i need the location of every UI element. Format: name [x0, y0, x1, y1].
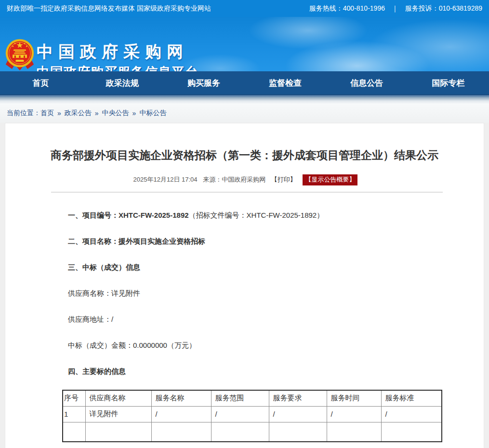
- breadcrumb-prefix: 当前位置：: [7, 109, 40, 118]
- subject-info-table: 序号 供应商名称 服务名称 服务范围 服务要求 服务时间 服务标准 1 详见附件…: [62, 390, 442, 442]
- print-button[interactable]: 【打印】: [271, 176, 296, 183]
- breadcrumb-procurement-announcements[interactable]: 政采公告: [65, 109, 92, 118]
- col-header-seq: 序号: [63, 390, 85, 406]
- col-header-service-standard: 服务标准: [381, 390, 442, 406]
- col-header-service-name: 服务名称: [151, 390, 211, 406]
- cell-service-standard: /: [381, 406, 442, 422]
- col-header-supplier-name: 供应商名称: [85, 390, 151, 406]
- cell-empty: [211, 422, 269, 442]
- article-source: 来源：中国政府采购网: [203, 176, 265, 183]
- paragraph-supplier-name: 供应商名称：详见附件: [68, 289, 455, 298]
- article-title: 商务部援外项目实施企业资格招标（第一类：援外成套项目管理企业）结果公示: [5, 148, 484, 163]
- paragraph-supplier-address: 供应商地址：/: [68, 315, 455, 324]
- page-body: 商务部援外项目实施企业资格招标（第一类：援外成套项目管理企业）结果公示 2025…: [0, 123, 489, 448]
- article-paragraphs: 一、项目编号：XHTC-FW-2025-1892（招标文件编号：XHTC-FW-…: [5, 211, 484, 376]
- article-container: 商务部援外项目实施企业资格招标（第一类：援外成套项目管理企业）结果公示 2025…: [5, 123, 484, 448]
- cell-service-scope: /: [211, 406, 269, 422]
- table-row-empty: [63, 422, 442, 442]
- col-header-service-requirement: 服务要求: [269, 390, 327, 406]
- cell-empty: [381, 422, 442, 442]
- breadcrumb-separator: »: [57, 109, 61, 117]
- breadcrumb-home[interactable]: 首页: [40, 109, 54, 118]
- nav-item-purchase-services[interactable]: 购买服务: [163, 71, 244, 94]
- col-header-service-scope: 服务范围: [211, 390, 269, 406]
- breadcrumb-award-announcements[interactable]: 中标公告: [139, 109, 166, 118]
- cell-empty: [85, 422, 151, 442]
- cell-empty: [327, 422, 381, 442]
- paragraph-award-amount: 中标（成交）金额：0.0000000（万元）: [68, 341, 455, 350]
- cell-supplier-name: 详见附件: [85, 406, 151, 422]
- main-nav: 首页 政采法规 购买服务 监督检查 信息公告 国际专栏: [0, 71, 489, 95]
- table-header-row: 序号 供应商名称 服务名称 服务范围 服务要求 服务时间 服务标准: [63, 390, 442, 406]
- cell-service-time: /: [327, 406, 381, 422]
- cell-service-name: /: [151, 406, 211, 422]
- paragraph-award-info-heading: 三、中标（成交）信息: [68, 263, 455, 272]
- breadcrumb: 当前位置： 首页 » 政采公告 » 中央公告 » 中标公告: [0, 104, 489, 123]
- paragraph-main-subject-heading: 四、主要标的信息: [68, 367, 455, 376]
- cell-empty: [151, 422, 211, 442]
- top-info-bar: 财政部唯一指定政府采购信息网络发布媒体 国家级政府采购专业网站 服务热线：400…: [0, 0, 489, 17]
- site-subtitle: 中国政府购买服务信息平台: [37, 64, 196, 71]
- site-slogan: 财政部唯一指定政府采购信息网络发布媒体 国家级政府采购专业网站: [7, 4, 211, 13]
- topbar-separator: ｜: [392, 4, 398, 13]
- subject-info-table-wrap: 序号 供应商名称 服务名称 服务范围 服务要求 服务时间 服务标准 1 详见附件…: [62, 390, 484, 442]
- article-meta: 2025年12月12日 17:04 来源：中国政府采购网 【打印】 【显示公告概…: [5, 174, 484, 185]
- breadcrumb-separator: »: [95, 109, 99, 117]
- publish-datetime: 2025年12月12日 17:04: [133, 176, 198, 183]
- site-brand: 中国政府采购网 中国政府购买服务信息平台 www.ccgp.gov.cn: [37, 41, 196, 71]
- national-emblem-icon: [5, 38, 35, 71]
- paragraph-project-number: 一、项目编号：XHTC-FW-2025-1892（招标文件编号：XHTC-FW-…: [68, 211, 455, 220]
- nav-item-regulations[interactable]: 政采法规: [81, 71, 163, 94]
- cell-empty: [269, 422, 327, 442]
- nav-item-international[interactable]: 国际专栏: [408, 71, 489, 94]
- nav-item-supervision[interactable]: 监督检查: [245, 71, 326, 94]
- cell-empty: [63, 422, 85, 442]
- breadcrumb-separator: »: [132, 109, 136, 117]
- paragraph-project-name: 二、项目名称：援外项目实施企业资格招标: [68, 237, 455, 246]
- show-summary-button[interactable]: 【显示公告概要】: [303, 174, 357, 185]
- table-row: 1 详见附件 / / / / /: [63, 406, 442, 422]
- col-header-service-time: 服务时间: [327, 390, 381, 406]
- meta-divider: [51, 192, 443, 193]
- cell-service-requirement: /: [269, 406, 327, 422]
- service-complaint: 服务投诉：010-63819289: [405, 4, 482, 13]
- nav-gradient-strip: [0, 95, 489, 104]
- cell-seq: 1: [63, 406, 85, 422]
- nav-item-home[interactable]: 首页: [0, 71, 81, 94]
- breadcrumb-central-announcements[interactable]: 中央公告: [102, 109, 129, 118]
- site-title: 中国政府采购网: [37, 41, 196, 63]
- service-hotline: 服务热线：400-810-1996: [309, 4, 385, 13]
- nav-item-announcements[interactable]: 信息公告: [326, 71, 408, 94]
- home-logo-link[interactable]: [5, 38, 35, 71]
- site-header: 中国政府采购网 中国政府购买服务信息平台 www.ccgp.gov.cn: [0, 17, 489, 71]
